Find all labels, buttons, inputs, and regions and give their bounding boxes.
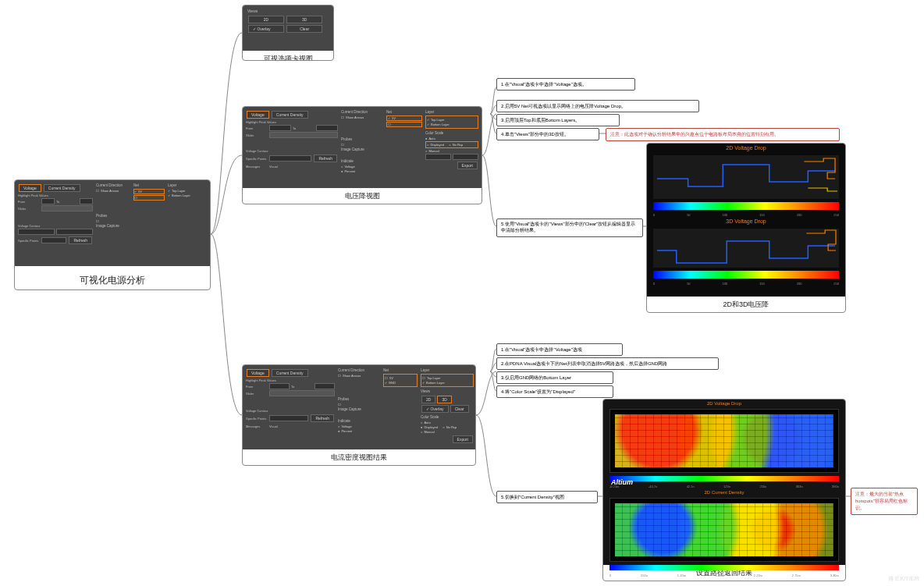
tab-voltage[interactable]: Voltage (247, 111, 269, 119)
tab-voltage[interactable]: Voltage (19, 184, 41, 192)
vd-result-card: 2D Voltage Drop 050100150200250 3D Volta… (646, 143, 846, 313)
current-note: 注意：最大的当前"热点hotspots"很容易用红色标识。 (851, 488, 918, 515)
views-3d-button[interactable]: 3D (286, 16, 322, 23)
cd-result-card: 2D Voltage Drop -0.21m-44.7n42.1n129n216… (602, 399, 846, 581)
altium-logo: Altium (611, 478, 633, 486)
label: Highlight Peak Values (18, 194, 48, 197)
watermark: 博 E.K/T/E/R (888, 575, 919, 583)
views-overlay-checkbox[interactable]: ✓ Overlay (248, 25, 284, 33)
root-node: Voltage Current Density Highlight Peak V… (14, 179, 211, 290)
tab-voltage[interactable]: Voltage (247, 369, 269, 377)
pcb-voltage-map (609, 409, 839, 473)
current-card: Voltage Current Density Highlight Peak V… (242, 364, 476, 466)
voltage-card-title: 电压降视图 (243, 188, 482, 204)
current-step-3: 3.仅启用GND网络的Bottom Layer (496, 371, 613, 384)
views-card-title: 可视选项卡视图 (243, 51, 333, 61)
voltage-step-5: 5.使用"Visual"选项卡的"Views"部分中的"Clear"按钮从编辑器… (496, 218, 643, 237)
current-step-1: 1.在"Visual"选项卡中选择"Voltage"选项 (496, 343, 623, 356)
root-title: 可视化电源分析 (15, 266, 210, 290)
current-step-2: 2.在PDNA Visual选项卡下的Net列表中取消选择5V网路选项，然后选择… (496, 357, 719, 370)
vd-2d-title: 2D Voltage Drop (647, 144, 845, 152)
cd-vd-title: 2D Voltage Drop (603, 400, 845, 407)
voltage-note: 注意：此选项对于确认分析结果中的兴趣点位于电路板布局本身的位置特别有用。 (606, 128, 840, 141)
export-button[interactable]: Export (457, 162, 478, 169)
tab-current-density[interactable]: Current Density (272, 369, 308, 377)
voltage-step-3: 3.启用顶层Top和底层Bottom Layers。 (496, 114, 620, 126)
views-card: Views 2D 3D ✓ Overlay Clear 可视选项卡视图 (242, 5, 334, 61)
tab-current-density[interactable]: Current Density (44, 184, 80, 192)
cd-cd-title: 2D Current Density (603, 488, 845, 496)
current-step-5: 5.切换到"Current Density"视图 (496, 491, 598, 503)
pcb-current-map (609, 498, 839, 562)
vd-result-title: 2D和3D电压降 (647, 297, 845, 313)
vd-3d-title: 3D Voltage Drop (647, 217, 845, 226)
voltage-step-1: 1.在"Visual"选项卡中选择"Voltage"选项。 (496, 78, 635, 91)
views-clear-button[interactable]: Clear (286, 25, 322, 33)
current-card-title: 电流密度视图结果 (243, 449, 475, 466)
tab-current-density[interactable]: Current Density (272, 111, 308, 119)
voltage-step-2: 2.启用5V Net可视选项以显示网络上的电压降Voltage Drop。 (496, 100, 699, 112)
views-section-label: Views (247, 9, 329, 13)
voltage-step-4: 4.单击"Views"部分中的3D按钮。 (496, 128, 599, 140)
voltage-card: Voltage Current Density Highlight Peak V… (242, 106, 482, 204)
current-step-4: 4.将"Color Scale"设置为"Displayed" (496, 385, 613, 398)
views-2d-button[interactable]: 2D (248, 16, 284, 23)
